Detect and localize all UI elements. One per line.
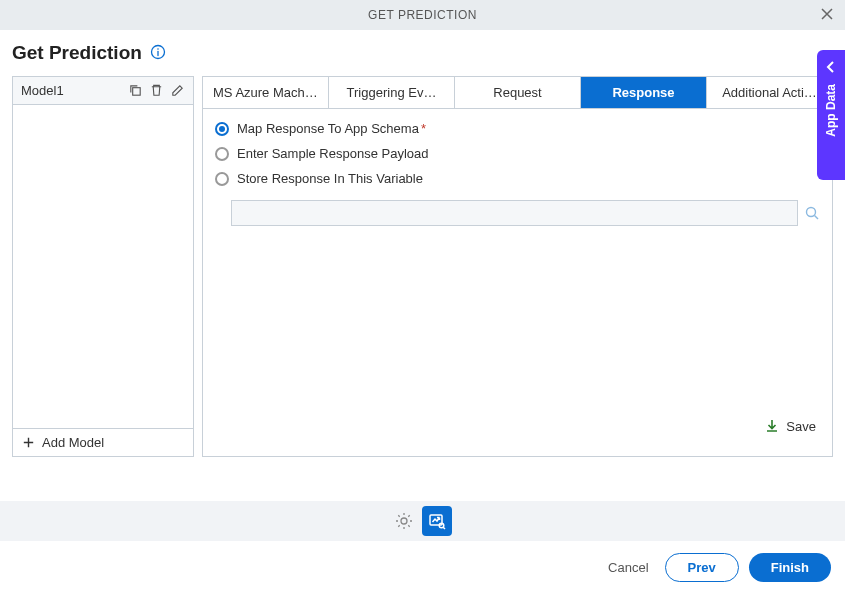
gear-icon[interactable] [394,511,414,531]
radio-map[interactable] [215,122,229,136]
tab-azure[interactable]: MS Azure Machine Lear… [203,77,329,108]
footer: Cancel Prev Finish [0,541,845,593]
svg-rect-2 [133,88,141,96]
prev-button[interactable]: Prev [665,553,739,582]
save-label: Save [786,419,816,434]
radio-store-label: Store Response In This Variable [237,171,423,186]
search-icon[interactable] [804,205,820,221]
model-name: Model1 [21,83,64,98]
finish-button[interactable]: Finish [749,553,831,582]
variable-input[interactable] [231,200,798,226]
app-data-label: App Data [824,84,838,137]
save-button[interactable]: Save [215,408,820,444]
svg-point-1 [157,48,159,50]
models-spacer [13,105,193,428]
close-icon[interactable] [819,6,835,25]
radio-sample-label: Enter Sample Response Payload [237,146,429,161]
tabs: MS Azure Machine Lear… Triggering Ev… Re… [203,77,832,109]
tab-triggering[interactable]: Triggering Ev… [329,77,455,108]
copy-icon[interactable] [128,83,143,98]
cancel-button[interactable]: Cancel [608,560,648,575]
radio-row-store[interactable]: Store Response In This Variable [215,171,820,186]
preview-icon[interactable] [422,506,452,536]
bottom-strip [0,501,845,541]
add-model-button[interactable]: Add Model [13,428,193,456]
info-icon[interactable] [150,44,166,63]
app-data-tab[interactable]: App Data [817,50,845,180]
page-title: Get Prediction [12,42,142,64]
tab-response[interactable]: Response [581,77,707,108]
radio-store[interactable] [215,172,229,186]
edit-icon[interactable] [170,83,185,98]
radio-row-sample[interactable]: Enter Sample Response Payload [215,146,820,161]
models-panel: Model1 Add Model [12,76,194,457]
titlebar-text: GET PREDICTION [368,8,477,22]
model-actions [128,83,185,98]
model-item[interactable]: Model1 [13,77,193,105]
page-header: Get Prediction [12,42,833,64]
tab-body: Map Response To App Schema* Enter Sample… [203,109,832,456]
radio-row-map[interactable]: Map Response To App Schema* [215,121,820,136]
svg-point-3 [807,208,816,217]
add-model-label: Add Model [42,435,104,450]
svg-point-4 [401,518,407,524]
tab-additional[interactable]: Additional Acti… [707,77,832,108]
radio-sample[interactable] [215,147,229,161]
radio-map-label: Map Response To App Schema* [237,121,426,136]
delete-icon[interactable] [149,83,164,98]
tab-request[interactable]: Request [455,77,581,108]
titlebar: GET PREDICTION [0,0,845,30]
config-panel: MS Azure Machine Lear… Triggering Ev… Re… [202,76,833,457]
variable-row [231,200,820,226]
